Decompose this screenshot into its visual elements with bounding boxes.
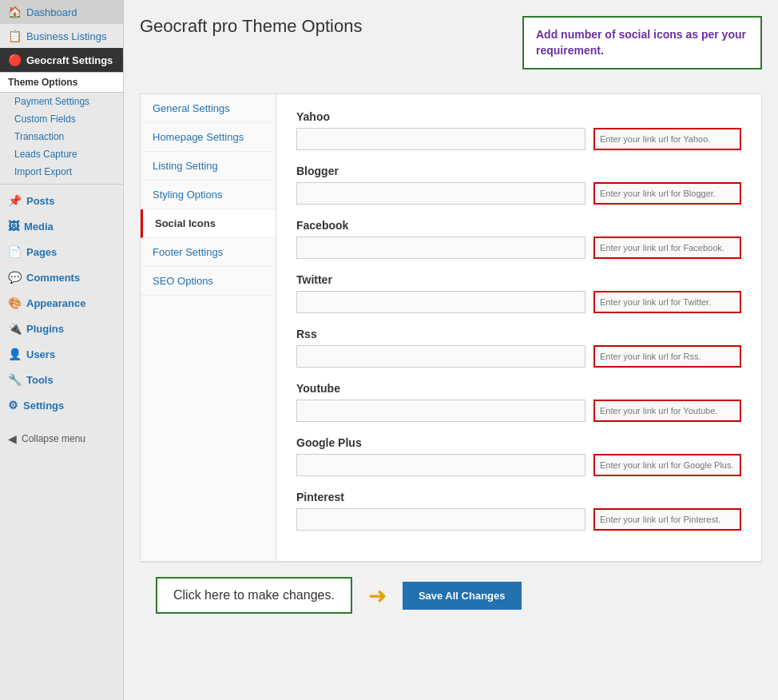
social-hint-input-rss[interactable] xyxy=(593,345,741,368)
social-hint-input-twitter[interactable] xyxy=(593,291,741,313)
sidebar-item-media[interactable]: 🖼 Media xyxy=(0,213,123,239)
social-label-rss: Rss xyxy=(296,328,741,340)
sidebar: 🏠 Dashboard 📋 Business Listings 🔴 Geocra… xyxy=(0,0,124,700)
social-inputs-yahoo xyxy=(296,128,741,150)
social-url-input-pinterest[interactable] xyxy=(296,508,585,531)
social-hint-input-facebook[interactable] xyxy=(593,237,741,259)
sidebar-item-settings[interactable]: ⚙ Settings xyxy=(0,392,123,418)
social-label-pinterest: Pinterest xyxy=(296,491,741,503)
main-content: Geocraft pro Theme Options Add number of… xyxy=(124,0,778,700)
social-section-youtube: Youtube xyxy=(296,382,741,422)
social-section-yahoo: Yahoo xyxy=(296,110,741,150)
social-label-twitter: Twitter xyxy=(296,273,741,286)
sidebar-item-appearance[interactable]: 🎨 Appearance xyxy=(0,290,123,316)
pages-icon: 📄 xyxy=(8,245,22,258)
arrow-right-icon: ➜ xyxy=(368,583,387,609)
business-listings-icon: 📋 xyxy=(8,30,22,42)
sub-nav-footer-settings[interactable]: Footer Settings xyxy=(141,238,276,267)
social-hint-input-yahoo[interactable] xyxy=(593,128,741,150)
social-url-input-youtube[interactable] xyxy=(296,400,585,422)
sidebar-item-geocraft-settings[interactable]: 🔴 Geocraft Settings xyxy=(0,48,123,72)
social-hint-input-pinterest[interactable] xyxy=(593,508,741,531)
sidebar-divider xyxy=(0,184,123,185)
sidebar-item-comments[interactable]: 💬 Comments xyxy=(0,264,123,290)
social-section-facebook: Facebook xyxy=(296,219,741,259)
social-inputs-youtube xyxy=(296,400,741,422)
sub-nav: General Settings Homepage Settings Listi… xyxy=(141,94,276,561)
social-inputs-blogger xyxy=(296,182,741,205)
sidebar-item-custom-fields[interactable]: Custom Fields xyxy=(0,110,123,128)
bottom-hint-text: Click here to make changes. xyxy=(173,588,335,602)
settings-icon: ⚙ xyxy=(8,399,18,412)
page-title: Geocraft pro Theme Options xyxy=(140,16,506,37)
content-wrapper: General Settings Homepage Settings Listi… xyxy=(140,93,762,562)
sidebar-item-dashboard[interactable]: 🏠 Dashboard xyxy=(0,0,123,24)
sidebar-item-tools[interactable]: 🔧 Tools xyxy=(0,367,123,392)
social-url-input-yahoo[interactable] xyxy=(296,128,585,150)
sidebar-item-import-export[interactable]: Import Export xyxy=(0,163,123,181)
sidebar-item-transaction[interactable]: Transaction xyxy=(0,128,123,145)
sidebar-item-plugins[interactable]: 🔌 Plugins xyxy=(0,316,123,341)
sidebar-item-theme-options[interactable]: Theme Options xyxy=(0,72,123,93)
social-inputs-rss xyxy=(296,345,741,368)
social-inputs-google-plus xyxy=(296,454,741,476)
social-section-blogger: Blogger xyxy=(296,165,741,205)
collapse-menu[interactable]: ◀ Collapse menu xyxy=(0,426,123,451)
media-icon: 🖼 xyxy=(8,220,19,233)
tools-icon: 🔧 xyxy=(8,373,22,386)
social-url-input-google-plus[interactable] xyxy=(296,454,585,476)
social-inputs-facebook xyxy=(296,237,741,259)
social-section-google-plus: Google Plus xyxy=(296,436,741,476)
sidebar-item-pages[interactable]: 📄 Pages xyxy=(0,239,123,264)
social-inputs-pinterest xyxy=(296,508,741,531)
sidebar-item-users[interactable]: 👤 Users xyxy=(0,341,123,367)
sidebar-item-leads-capture[interactable]: Leads Capture xyxy=(0,145,123,163)
social-url-input-rss[interactable] xyxy=(296,345,585,368)
appearance-icon: 🎨 xyxy=(8,296,22,309)
users-icon: 👤 xyxy=(8,348,22,360)
plugins-icon: 🔌 xyxy=(8,322,22,335)
bottom-bar: Click here to make changes. ➜ Save All C… xyxy=(140,562,762,628)
social-hint-input-blogger[interactable] xyxy=(593,182,741,205)
social-section-pinterest: Pinterest xyxy=(296,491,741,531)
sub-nav-social-icons[interactable]: Social Icons xyxy=(141,209,276,238)
sub-nav-homepage-settings[interactable]: Homepage Settings xyxy=(141,123,276,152)
social-inputs-twitter xyxy=(296,291,741,313)
sidebar-item-business-listings[interactable]: 📋 Business Listings xyxy=(0,24,123,48)
social-label-blogger: Blogger xyxy=(296,165,741,177)
social-url-input-blogger[interactable] xyxy=(296,182,585,205)
sidebar-item-payment-settings[interactable]: Payment Settings xyxy=(0,93,123,110)
social-url-input-twitter[interactable] xyxy=(296,291,585,313)
sub-nav-listing-setting[interactable]: Listing Setting xyxy=(141,152,276,181)
bottom-hint-box: Click here to make changes. xyxy=(156,577,352,614)
posts-icon: 📌 xyxy=(8,194,22,207)
collapse-icon: ◀ xyxy=(8,432,17,445)
social-icons-content: YahooBloggerFacebookTwitterRssYoutubeGoo… xyxy=(276,94,761,561)
social-hint-input-google-plus[interactable] xyxy=(593,454,741,476)
save-all-changes-button[interactable]: Save All Changes xyxy=(403,582,522,610)
sidebar-item-posts[interactable]: 📌 Posts xyxy=(0,188,123,213)
tooltip-text: Add number of social icons as per your r… xyxy=(536,27,748,58)
social-label-google-plus: Google Plus xyxy=(296,436,741,449)
social-section-twitter: Twitter xyxy=(296,273,741,313)
social-url-input-facebook[interactable] xyxy=(296,237,585,259)
header-area: Geocraft pro Theme Options Add number of… xyxy=(140,16,762,82)
social-hint-input-youtube[interactable] xyxy=(593,400,741,422)
social-label-youtube: Youtube xyxy=(296,382,741,395)
social-section-rss: Rss xyxy=(296,328,741,368)
sub-nav-seo-options[interactable]: SEO Options xyxy=(141,267,276,296)
sub-nav-general-settings[interactable]: General Settings xyxy=(141,94,276,123)
social-label-facebook: Facebook xyxy=(296,219,741,232)
comments-icon: 💬 xyxy=(8,271,22,284)
tooltip-box: Add number of social icons as per your r… xyxy=(522,16,762,70)
geocraft-icon: 🔴 xyxy=(8,54,22,66)
dashboard-icon: 🏠 xyxy=(8,6,22,18)
sub-nav-styling-options[interactable]: Styling Options xyxy=(141,181,276,209)
social-label-yahoo: Yahoo xyxy=(296,110,741,123)
